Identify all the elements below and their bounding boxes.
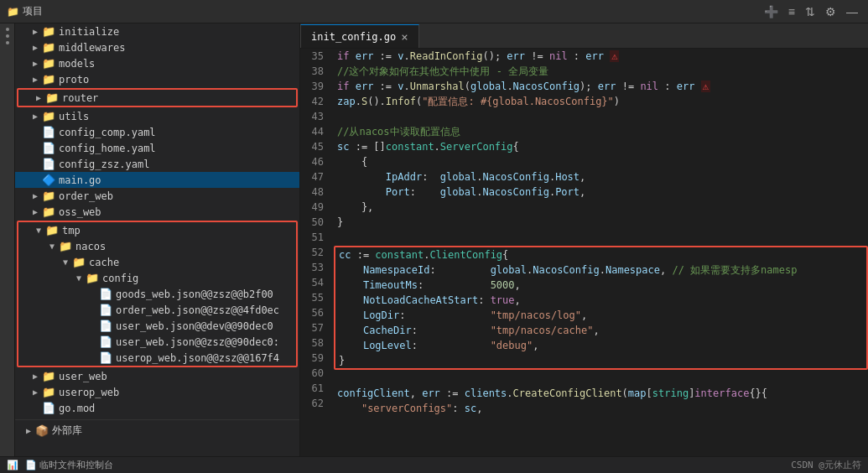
- folder-icon-userop-web-dir: 📁: [42, 386, 55, 398]
- editor-area: init_config.go × 35 38 39 42 43 44 45 46…: [300, 23, 868, 456]
- temp-files-label: 临时文件和控制台: [39, 459, 113, 471]
- folder-icon-order-web: 📁: [42, 190, 55, 202]
- tree-item-config-home[interactable]: ▶ 📄 config_home.yaml: [15, 140, 299, 156]
- arrow-utils: ▶: [29, 112, 42, 121]
- tree-item-config-folder[interactable]: ▼ 📁 config: [18, 270, 296, 286]
- file-icon-user-web1: 📄: [99, 320, 112, 332]
- arrow-nacos: ▼: [45, 242, 59, 251]
- code-line-52: cc := constant.ClientConfig{: [335, 247, 866, 262]
- code-editor: 35 38 39 42 43 44 45 46 47 48 49 50 51 5…: [300, 49, 868, 456]
- tab-bar: init_config.go ×: [300, 23, 868, 49]
- code-content[interactable]: if err := v.ReadInConfig(); err != nil :…: [330, 49, 868, 456]
- file-icon-userop-web: 📄: [99, 351, 112, 364]
- arrow-proto: ▶: [29, 75, 42, 84]
- tree-item-userop-web-json[interactable]: ▶ 📄 userop_web.json@@zsz@@167f4: [18, 350, 296, 366]
- collapse-button[interactable]: —: [843, 3, 861, 20]
- temp-files-icon: 📄: [25, 460, 37, 470]
- label-router: router: [62, 92, 98, 104]
- folder-icon-oss-web: 📁: [42, 205, 55, 218]
- code-line-55: NotLoadCacheAtStart: true,: [335, 293, 866, 308]
- folder-icon-utils: 📁: [42, 110, 55, 122]
- code-line-46: {: [334, 154, 868, 169]
- label-config-zsz: config_zsz.yaml: [59, 159, 149, 170]
- tree-item-tmp[interactable]: ▼ 📁 tmp: [18, 222, 296, 238]
- arrow-models: ▶: [29, 59, 42, 68]
- label-proto: proto: [59, 74, 89, 86]
- tree-item-router[interactable]: ▶ 📁 router: [18, 90, 296, 106]
- tab-init-config[interactable]: init_config.go ×: [300, 24, 419, 48]
- folder-icon-tmp: 📁: [45, 224, 59, 236]
- tab-label-init-config: init_config.go: [311, 31, 396, 43]
- list-button[interactable]: ≡: [785, 3, 798, 20]
- watermark: CSDN @元休止符: [791, 459, 861, 471]
- tab-close-init-config[interactable]: ×: [401, 31, 408, 43]
- code-line-58: LogLevel: "debug",: [335, 338, 866, 353]
- label-models: models: [59, 58, 95, 70]
- project-icon: 📁: [7, 6, 19, 18]
- code-line-35: if err := v.ReadInConfig(); err != nil :…: [334, 49, 868, 64]
- label-tmp: tmp: [62, 225, 81, 236]
- label-middlewares: middlewares: [59, 42, 125, 54]
- file-icon-main-go: 🔷: [42, 174, 55, 186]
- activity-dot: [6, 28, 9, 31]
- title-bar: 📁 项目 ➕ ≡ ⇅ ⚙ —: [0, 0, 868, 23]
- label-external-deps: 外部库: [52, 424, 82, 438]
- panel-item-temp-files[interactable]: 📄 临时文件和控制台: [25, 459, 113, 471]
- tree-item-goods-web-json[interactable]: ▶ 📄 goods_web.json@@zsz@@b2f00: [18, 286, 296, 302]
- tree-item-cache[interactable]: ▼ 📁 cache: [18, 254, 296, 270]
- code-line-39: if err := v.Unmarshal(global.NacosConfig…: [334, 79, 868, 94]
- tree-item-proto[interactable]: ▶ 📁 proto: [15, 71, 299, 87]
- code-line-50: }: [334, 215, 868, 230]
- label-initialize: initialize: [59, 26, 119, 38]
- file-icon-config-zsz: 📄: [42, 158, 55, 170]
- tree-item-user-web1-json[interactable]: ▶ 📄 user_web.json@@dev@@90dec0: [18, 318, 296, 334]
- label-userop-web-json: userop_web.json@@zsz@@167f4: [116, 352, 279, 364]
- tree-item-config-zsz[interactable]: ▶ 📄 config_zsz.yaml: [15, 156, 299, 172]
- code-line-47: IpAddr: global.NacosConfig.Host,: [334, 169, 868, 185]
- add-button[interactable]: ➕: [761, 3, 782, 20]
- sort-button[interactable]: ⇅: [802, 3, 819, 20]
- folder-icon-config-folder: 📁: [86, 272, 99, 284]
- tree-item-main-go[interactable]: ▶ 🔷 main.go: [15, 172, 299, 188]
- panel-item-chart[interactable]: 📊: [7, 460, 18, 470]
- label-order-web-json: order_web.json@@zsz@@4fd0ec: [116, 304, 279, 316]
- label-config-home: config_home.yaml: [59, 143, 156, 154]
- tree-item-userop-web-dir[interactable]: ▶ 📁 userop_web: [15, 384, 299, 400]
- tree-item-oss-web[interactable]: ▶ 📁 oss_web: [15, 204, 299, 220]
- code-line-59: }: [335, 353, 866, 368]
- code-line-44: //从nacos中读取配置信息: [334, 124, 868, 139]
- label-user-web2-json: user_web.json@@zsz@@90dec0:: [116, 336, 279, 348]
- folder-icon-models: 📁: [42, 57, 55, 70]
- folder-icon-nacos: 📁: [59, 240, 72, 252]
- arrow-user-web-dir: ▶: [29, 372, 42, 381]
- tree-item-order-web[interactable]: ▶ 📁 order_web: [15, 188, 299, 204]
- tree-item-user-web2-json[interactable]: ▶ 📄 user_web.json@@zsz@@90dec0:: [18, 334, 296, 350]
- tree-item-middlewares[interactable]: ▶ 📁 middlewares: [15, 39, 299, 55]
- tree-item-order-web-json[interactable]: ▶ 📄 order_web.json@@zsz@@4fd0ec: [18, 302, 296, 318]
- file-icon-config-comp: 📄: [42, 126, 55, 138]
- label-cache: cache: [89, 257, 119, 268]
- tree-item-nacos[interactable]: ▼ 📁 nacos: [18, 238, 296, 254]
- tree-item-config-comp[interactable]: ▶ 📄 config_comp.yaml: [15, 124, 299, 140]
- code-line-48: Port: global.NacosConfig.Port,: [334, 185, 868, 200]
- title-text: 项目: [23, 4, 43, 18]
- folder-icon-cache: 📁: [72, 256, 86, 268]
- code-line-43: [334, 109, 868, 124]
- tree-item-go-mod[interactable]: ▶ 📄 go.mod: [15, 400, 299, 416]
- bottom-panel: 📊 📄 临时文件和控制台 CSDN @元休止符: [0, 456, 868, 473]
- label-config-comp: config_comp.yaml: [59, 127, 156, 138]
- label-goods-web-json: goods_web.json@@zsz@@b2f00: [116, 288, 273, 300]
- external-icon: 📦: [35, 424, 49, 437]
- tree-item-utils[interactable]: ▶ 📁 utils: [15, 108, 299, 124]
- folder-icon-router: 📁: [45, 91, 59, 104]
- tree-item-models[interactable]: ▶ 📁 models: [15, 55, 299, 71]
- label-order-web: order_web: [59, 190, 113, 202]
- tree-item-external-deps[interactable]: ▶ 📦 外部库: [15, 422, 299, 439]
- file-icon-order-web: 📄: [99, 304, 112, 316]
- tree-item-user-web-dir[interactable]: ▶ 📁 user_web: [15, 368, 299, 384]
- code-line-61: configClient, err := clients.CreateConfi…: [334, 386, 868, 401]
- tree-item-initialize[interactable]: ▶ 📁 initialize: [15, 23, 299, 39]
- settings-button[interactable]: ⚙: [822, 3, 839, 20]
- label-user-web1-json: user_web.json@@dev@@90dec0: [116, 320, 273, 332]
- activity-bar: [0, 23, 15, 456]
